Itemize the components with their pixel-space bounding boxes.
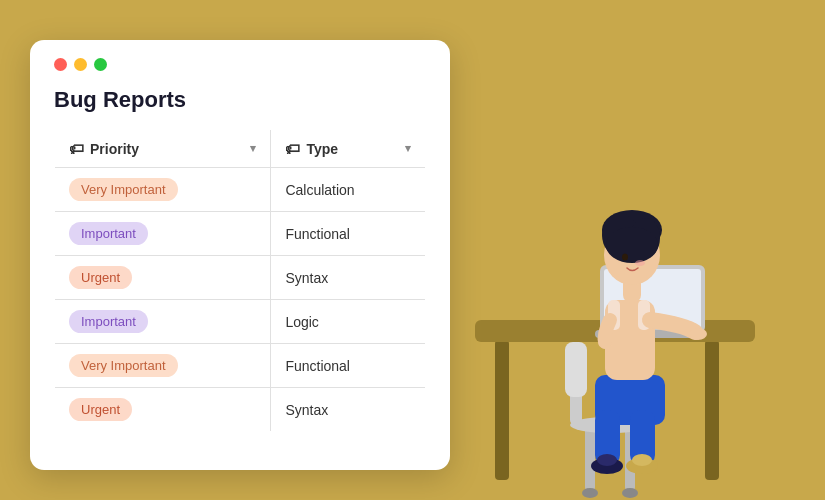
column-header-priority[interactable]: 🏷 Priority ▾ (55, 130, 271, 168)
table-row: ImportantFunctional (55, 212, 426, 256)
svg-point-6 (622, 488, 638, 498)
priority-badge: Urgent (69, 266, 132, 289)
table-row: UrgentSyntax (55, 256, 426, 300)
priority-cell: Urgent (55, 388, 271, 432)
svg-point-18 (597, 454, 617, 466)
type-cell: Functional (271, 344, 426, 388)
table-row: UrgentSyntax (55, 388, 426, 432)
priority-cell: Very Important (55, 168, 271, 212)
svg-rect-0 (495, 340, 509, 480)
svg-point-29 (606, 227, 658, 263)
priority-badge: Important (69, 310, 148, 333)
svg-rect-9 (565, 342, 587, 397)
priority-cell: Very Important (55, 344, 271, 388)
window-card: Bug Reports 🏷 Priority ▾ 🏷 Type ▾ (30, 40, 450, 470)
svg-rect-1 (705, 340, 719, 480)
type-cell: Syntax (271, 388, 426, 432)
priority-cell: Important (55, 300, 271, 344)
tag-icon-priority: 🏷 (69, 140, 84, 157)
priority-badge: Urgent (69, 398, 132, 421)
illustration (455, 80, 795, 500)
page-title: Bug Reports (54, 87, 426, 113)
svg-point-20 (632, 454, 652, 466)
window-controls (54, 58, 426, 71)
type-cell: Logic (271, 300, 426, 344)
priority-badge: Important (69, 222, 148, 245)
svg-point-31 (635, 260, 645, 266)
priority-badge: Very Important (69, 354, 178, 377)
table-row: Very ImportantCalculation (55, 168, 426, 212)
bug-table: 🏷 Priority ▾ 🏷 Type ▾ Very ImportantCalc… (54, 129, 426, 432)
tag-icon-type: 🏷 (285, 140, 300, 157)
priority-badge: Very Important (69, 178, 178, 201)
table-row: Very ImportantFunctional (55, 344, 426, 388)
type-cell: Functional (271, 212, 426, 256)
type-column-label: Type (306, 141, 338, 157)
table-row: ImportantLogic (55, 300, 426, 344)
priority-cell: Important (55, 212, 271, 256)
svg-point-30 (622, 254, 628, 261)
type-cell: Calculation (271, 168, 426, 212)
maximize-button[interactable] (94, 58, 107, 71)
svg-point-32 (689, 328, 707, 340)
svg-point-5 (582, 488, 598, 498)
chevron-down-icon-priority: ▾ (250, 142, 256, 155)
type-cell: Syntax (271, 256, 426, 300)
close-button[interactable] (54, 58, 67, 71)
chevron-down-icon-type: ▾ (405, 142, 411, 155)
minimize-button[interactable] (74, 58, 87, 71)
priority-column-label: Priority (90, 141, 139, 157)
priority-cell: Urgent (55, 256, 271, 300)
column-header-type[interactable]: 🏷 Type ▾ (271, 130, 426, 168)
